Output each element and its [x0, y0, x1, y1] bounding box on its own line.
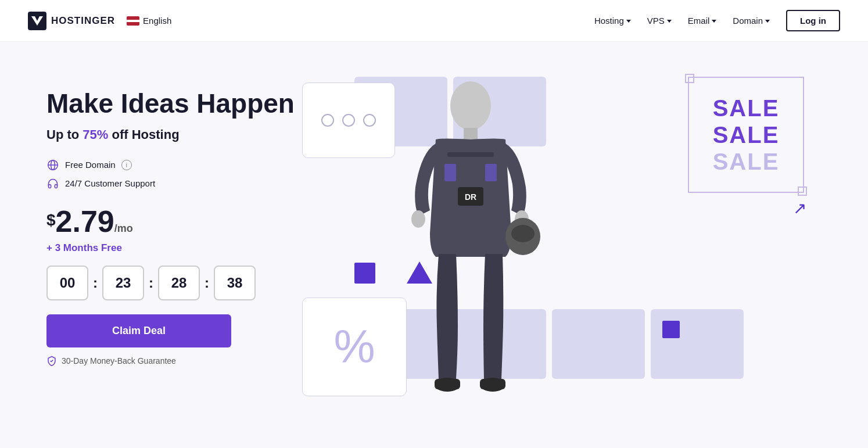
nav-email[interactable]: Email [688, 16, 717, 26]
free-months-label: + 3 Months Free [46, 242, 302, 254]
info-icon[interactable]: i [121, 160, 132, 170]
chevron-down-icon [626, 20, 631, 23]
countdown-seconds: 28 [158, 266, 200, 300]
logo[interactable]: HOSTINGER [28, 12, 115, 30]
shield-icon [46, 356, 57, 366]
nav-domain[interactable]: Domain [733, 16, 770, 26]
login-button[interactable]: Log in [786, 10, 840, 31]
feature-support: 24/7 Customer Support [46, 177, 302, 190]
person-svg: DR [389, 71, 552, 443]
language-selector[interactable]: English [127, 16, 171, 26]
deco-square-far-right [552, 309, 645, 379]
guarantee-label: 30-Day Money-Back Guarantee [46, 356, 302, 366]
svg-rect-8 [485, 164, 497, 181]
nav-hosting[interactable]: Hosting [594, 16, 631, 26]
logo-icon [28, 12, 46, 30]
svg-text:DR: DR [465, 192, 476, 202]
svg-rect-5 [464, 128, 478, 139]
deco-circles-card [302, 83, 395, 158]
hero-subheadline: Up to 75% off Hosting [46, 127, 302, 142]
chevron-down-icon [765, 20, 770, 23]
hero-decoration: % SALE SALE SALE ↗ [302, 77, 822, 425]
countdown-hours: 00 [46, 266, 88, 300]
headset-icon [46, 177, 59, 190]
svg-rect-14 [480, 379, 505, 389]
claim-deal-button[interactable]: Claim Deal [46, 314, 231, 347]
globe-icon [46, 159, 59, 171]
feature-domain-text: Free Domain [65, 160, 116, 170]
deco-dark-square-2 [662, 321, 680, 338]
svg-rect-12 [435, 379, 460, 389]
hero-person-image: DR [389, 71, 552, 443]
deco-sale-box: SALE SALE SALE [688, 77, 804, 193]
deco-square-far-right2 [651, 309, 744, 379]
deco-dark-square-1 [354, 263, 375, 284]
deco-circle-1 [321, 114, 334, 127]
sale-line-3: SALE [713, 148, 780, 175]
svg-rect-6 [447, 152, 494, 157]
chevron-down-icon [667, 20, 672, 23]
percent-symbol: % [333, 324, 375, 370]
countdown-sep-2: : [144, 275, 158, 291]
feature-domain: Free Domain i [46, 159, 302, 171]
nav-left: HOSTINGER English [28, 12, 171, 30]
flag-icon [127, 16, 139, 26]
nav-vps[interactable]: VPS [647, 16, 672, 26]
deco-circle-2 [342, 114, 355, 127]
countdown-sep-3: : [200, 275, 214, 291]
hero-headline: Make Ideas Happen [46, 88, 302, 119]
hero-content: Make Ideas Happen Up to 75% off Hosting … [46, 77, 302, 366]
svg-point-16 [511, 225, 535, 242]
language-label: English [143, 16, 171, 26]
svg-rect-7 [444, 164, 456, 181]
deco-circle-3 [363, 114, 376, 127]
chevron-down-icon [712, 20, 716, 23]
countdown-frames: 38 [214, 266, 256, 300]
sale-line-1: SALE [713, 95, 780, 121]
cursor-icon: ↗ [793, 199, 806, 218]
sale-line-2: SALE [713, 121, 780, 148]
logo-text: HOSTINGER [51, 15, 115, 27]
price-block: $2.79/mo [46, 206, 302, 236]
hero-section: Make Ideas Happen Up to 75% off Hosting … [0, 42, 868, 448]
feature-support-text: 24/7 Customer Support [65, 178, 155, 188]
nav-right: Hosting VPS Email Domain Log in [594, 10, 840, 31]
countdown-sep-1: : [88, 275, 102, 291]
svg-point-9 [411, 210, 425, 228]
navbar: HOSTINGER English Hosting VPS Email Doma… [0, 0, 868, 42]
svg-point-4 [450, 81, 491, 130]
price-display: $2.79/mo [46, 205, 133, 238]
features-list: Free Domain i 24/7 Customer Support [46, 159, 302, 190]
countdown-minutes: 23 [102, 266, 144, 300]
countdown-timer: 00 : 23 : 28 : 38 [46, 266, 302, 300]
